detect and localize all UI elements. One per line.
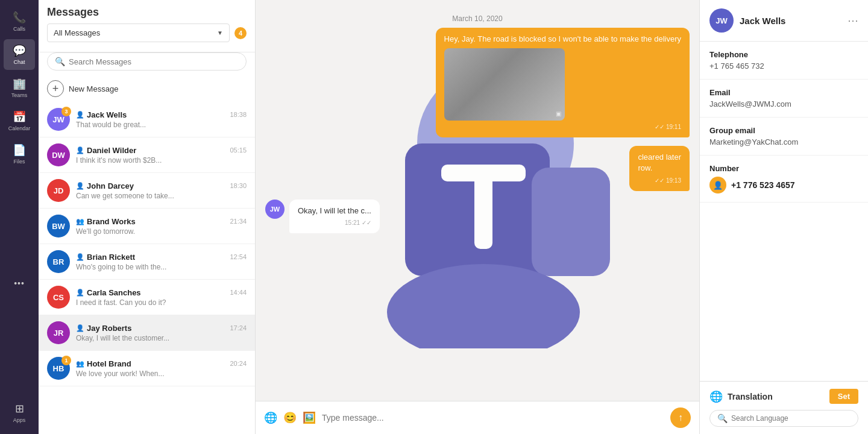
contact-preview: We'll go tomorrow.: [76, 227, 247, 236]
menu-icon[interactable]: ⋯: [848, 14, 858, 27]
message-row: Hey, Jay. The road is blocked so I won't…: [265, 28, 690, 137]
contact-name: John Darcey: [87, 181, 134, 190]
contact-item[interactable]: BW👥Brand Works21:34We'll go tomorrow.: [39, 209, 255, 244]
calendar-icon: 📅: [13, 110, 26, 124]
avatar-badge: 1: [61, 356, 71, 365]
contact-time: 05:15: [230, 146, 247, 154]
contact-info: 👤Daniel Wilder05:15I think it's now wort…: [76, 146, 247, 165]
search-language-input[interactable]: [731, 414, 851, 423]
search-box: 🔍: [47, 52, 247, 71]
message-text: Hey, Jay. The road is blocked so I won't…: [444, 34, 681, 45]
message-time: ✓✓ 19:13: [638, 177, 681, 185]
avatar: BW: [47, 215, 70, 237]
contact-item[interactable]: CS👤Carla Sanches14:44I need it fast. Can…: [39, 280, 255, 315]
sidebar-label-chat: Chat: [13, 59, 25, 65]
panel-header: Messages All Messages ▼ 4: [39, 0, 255, 52]
contact-item[interactable]: JR👤Jay Roberts17:24Okay, I will let the …: [39, 315, 255, 351]
contact-item[interactable]: JW3👤Jack Wells18:38That would be great..…: [39, 102, 255, 137]
contact-preview: We love your work! When...: [76, 370, 247, 378]
sidebar-item-calls[interactable]: 📞 Calls: [4, 6, 35, 37]
right-panel: JW Jack Wells ⋯ Telephone +1 765 465 732…: [699, 0, 868, 434]
sidebar-item-more[interactable]: •••: [4, 274, 35, 293]
message-time: ✓✓ 19:11: [444, 123, 681, 131]
contact-name: Brand Works: [87, 217, 136, 226]
contact-item[interactable]: DW👤Daniel Wilder05:15I think it's now wo…: [39, 137, 255, 173]
number-icon: 👤: [709, 177, 726, 193]
translation-globe-icon: 🌐: [709, 390, 723, 403]
new-message-label: New Message: [69, 84, 118, 93]
avatar-badge: 3: [61, 107, 71, 116]
contact-time: 14:44: [230, 289, 247, 296]
message-input[interactable]: [322, 413, 664, 423]
contact-preview: Who's going to be with the...: [76, 263, 247, 271]
filter-select[interactable]: All Messages ▼: [47, 24, 230, 42]
chat-messages: March 10, 2020 Hey, Jay. The road is blo…: [256, 0, 699, 401]
contact-info: 👤Carla Sanches14:44I need it fast. Can y…: [76, 288, 247, 307]
contact-item[interactable]: HB1👥Hotel Brand20:24We love your work! W…: [39, 351, 255, 386]
contact-name: Daniel Wilder: [87, 146, 136, 155]
filter-label: All Messages: [54, 28, 100, 37]
message-text: Okay, I will let the c...: [298, 206, 371, 216]
set-button[interactable]: Set: [829, 389, 858, 404]
filter-badge: 4: [234, 27, 247, 39]
chat-icon: 💬: [13, 44, 26, 57]
contact-item[interactable]: BR👤Brian Rickett12:54Who's going to be w…: [39, 244, 255, 280]
sidebar-label-calls: Calls: [13, 26, 25, 32]
search-language-row: 🔍: [709, 410, 858, 427]
person-icon: 👤: [76, 111, 84, 119]
message-text: cleared laterrow.: [638, 152, 681, 174]
message-bubble: Okay, I will let the c... 15:21 ✓✓: [289, 200, 380, 233]
group-icon: 👥: [76, 360, 84, 368]
message-row: JW Okay, I will let the c... 15:21 ✓✓: [265, 200, 690, 233]
date-divider: March 10, 2020: [265, 7, 690, 28]
search-icon: 🔍: [55, 57, 65, 66]
new-message-button[interactable]: + New Message: [39, 75, 255, 102]
person-icon: 👤: [76, 182, 84, 190]
sidebar-item-files[interactable]: 📄 Files: [4, 139, 35, 169]
number-label: Number: [709, 164, 858, 173]
sidebar-label-calendar: Calendar: [8, 125, 31, 131]
emoji-icon[interactable]: 😊: [283, 411, 297, 424]
contact-name: Jack Wells: [87, 110, 127, 119]
contact-time: 18:30: [230, 182, 247, 189]
sidebar-item-teams[interactable]: 🏢 Teams: [4, 72, 35, 103]
number-value: +1 776 523 4657: [731, 180, 795, 190]
search-input[interactable]: [69, 57, 239, 66]
avatar: JD: [47, 179, 70, 202]
contact-item[interactable]: JD👤John Darcey18:30Can we get someone to…: [39, 173, 255, 209]
contact-time: 21:34: [230, 218, 247, 225]
contact-preview: I think it's now worth $2B...: [76, 156, 247, 165]
number-section: Number 👤 +1 776 523 4657: [700, 156, 868, 203]
more-icon: •••: [14, 278, 25, 288]
chat-area: March 10, 2020 Hey, Jay. The road is blo…: [256, 0, 699, 434]
contact-name: Brian Rickett: [87, 253, 135, 262]
telephone-section: Telephone +1 765 465 732: [700, 42, 868, 80]
sidebar-item-chat[interactable]: 💬 Chat: [4, 39, 35, 70]
sidebar-item-apps[interactable]: ⊞ Apps: [4, 397, 35, 428]
teams-icon: 🏢: [13, 77, 26, 90]
contact-preview: I need it fast. Can you do it?: [76, 298, 247, 307]
globe-input-icon[interactable]: 🌐: [264, 411, 277, 424]
plus-icon: +: [47, 80, 64, 97]
right-panel-header: JW Jack Wells ⋯: [700, 0, 868, 42]
group-email-section: Group email Marketing@YakChat.com: [700, 118, 868, 156]
message-list-panel: Messages All Messages ▼ 4 🔍 + New Messag…: [39, 0, 256, 434]
send-button[interactable]: ↑: [670, 407, 691, 428]
image-icon[interactable]: 🖼️: [303, 411, 316, 424]
translation-label: Translation: [728, 392, 825, 401]
avatar: HB1: [47, 357, 70, 380]
panel-title: Messages: [47, 6, 247, 19]
sidebar-label-teams: Teams: [11, 92, 28, 98]
filter-row: All Messages ▼ 4: [47, 24, 247, 42]
calls-icon: 📞: [13, 11, 26, 24]
message-bubble: Hey, Jay. The road is blocked so I won't…: [436, 28, 690, 137]
sidebar-item-calendar[interactable]: 📅 Calendar: [4, 105, 35, 136]
chat-input-bar: 🌐 😊 🖼️ ↑: [256, 401, 699, 434]
translation-row: 🌐 Translation Set: [709, 389, 858, 404]
chevron-down-icon: ▼: [217, 30, 223, 36]
contact-name: Carla Sanches: [87, 288, 141, 297]
sidebar: 📞 Calls 💬 Chat 🏢 Teams 📅 Calendar 📄 File…: [0, 0, 39, 434]
contact-list: JW3👤Jack Wells18:38That would be great..…: [39, 102, 255, 434]
sidebar-label-files: Files: [13, 159, 25, 165]
contact-name: Hotel Brand: [87, 359, 131, 368]
